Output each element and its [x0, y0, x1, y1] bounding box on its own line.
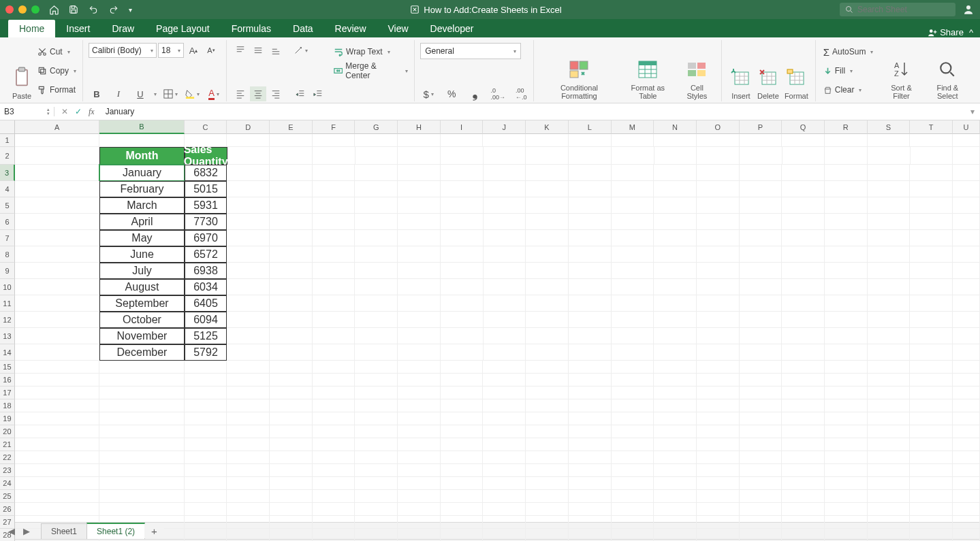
- cell[interactable]: [868, 295, 911, 312]
- cell[interactable]: [782, 230, 825, 246]
- cell[interactable]: [398, 529, 441, 541]
- cell[interactable]: [868, 516, 911, 529]
- cell[interactable]: [740, 328, 783, 344]
- cell[interactable]: [612, 503, 654, 516]
- cell[interactable]: [227, 464, 270, 477]
- cell[interactable]: [526, 490, 569, 503]
- cell[interactable]: November: [99, 328, 184, 344]
- cell[interactable]: [740, 361, 783, 374]
- cell[interactable]: [185, 516, 227, 529]
- cell[interactable]: [270, 246, 313, 263]
- increase-indent-icon[interactable]: [310, 86, 326, 101]
- cell[interactable]: [526, 529, 569, 541]
- italic-icon[interactable]: I: [110, 86, 127, 101]
- merge-center-button[interactable]: Merge & Center: [332, 62, 410, 80]
- cell[interactable]: [825, 438, 868, 451]
- cell[interactable]: [654, 516, 697, 529]
- minimize-window-icon[interactable]: [18, 5, 27, 14]
- cell[interactable]: [911, 147, 953, 165]
- cell[interactable]: [953, 361, 980, 374]
- cell[interactable]: [355, 451, 398, 464]
- formula-input[interactable]: January: [101, 107, 965, 116]
- cell[interactable]: [185, 490, 227, 503]
- cell[interactable]: [612, 477, 654, 490]
- cell[interactable]: [825, 503, 868, 516]
- cell[interactable]: [740, 387, 783, 399]
- cell[interactable]: [612, 425, 654, 438]
- cell[interactable]: [910, 451, 953, 464]
- cell[interactable]: [953, 263, 980, 279]
- cell[interactable]: [910, 246, 953, 263]
- cell[interactable]: [398, 425, 441, 438]
- cell[interactable]: [569, 181, 612, 197]
- cell[interactable]: [740, 134, 783, 147]
- cell[interactable]: [569, 134, 612, 147]
- cell[interactable]: [398, 197, 441, 214]
- column-header[interactable]: Q: [782, 120, 825, 134]
- cell[interactable]: [612, 516, 654, 529]
- cell[interactable]: [953, 412, 980, 425]
- cell[interactable]: [953, 425, 980, 438]
- cell[interactable]: [99, 503, 184, 516]
- cell[interactable]: [526, 361, 569, 374]
- cell[interactable]: [654, 374, 697, 387]
- cell[interactable]: [654, 263, 697, 279]
- cell[interactable]: [441, 295, 484, 312]
- cell[interactable]: [484, 344, 526, 361]
- cell[interactable]: [313, 425, 355, 438]
- cell[interactable]: [270, 230, 313, 246]
- cell[interactable]: [15, 328, 99, 344]
- cell[interactable]: [654, 412, 697, 425]
- cell[interactable]: [697, 295, 740, 312]
- cell[interactable]: [227, 374, 270, 387]
- cell[interactable]: [868, 361, 911, 374]
- cell[interactable]: [526, 134, 569, 147]
- cell[interactable]: [825, 344, 868, 361]
- cell[interactable]: [697, 147, 740, 165]
- cell[interactable]: [526, 464, 569, 477]
- cell[interactable]: [484, 165, 526, 181]
- cell[interactable]: [270, 387, 313, 399]
- cell[interactable]: [355, 165, 398, 181]
- cell[interactable]: [526, 425, 569, 438]
- cell[interactable]: [740, 529, 783, 541]
- row-header[interactable]: 15: [0, 361, 15, 374]
- cell[interactable]: [398, 399, 441, 412]
- cell[interactable]: [612, 529, 654, 541]
- cell[interactable]: [526, 181, 569, 197]
- cell[interactable]: [740, 490, 783, 503]
- row-header[interactable]: 14: [0, 344, 15, 361]
- cell[interactable]: [227, 344, 270, 361]
- cell[interactable]: [569, 361, 612, 374]
- cell[interactable]: [270, 477, 313, 490]
- cell[interactable]: [227, 529, 270, 541]
- cell[interactable]: [526, 412, 569, 425]
- cell[interactable]: [99, 374, 184, 387]
- cell[interactable]: Sales Quantity: [185, 147, 227, 165]
- cell[interactable]: [483, 516, 526, 529]
- cell[interactable]: [398, 361, 441, 374]
- cell[interactable]: [398, 490, 441, 503]
- cell[interactable]: [825, 214, 868, 230]
- cell[interactable]: [825, 361, 868, 374]
- cell[interactable]: [227, 279, 270, 295]
- cell[interactable]: [654, 503, 697, 516]
- cell[interactable]: [398, 312, 441, 328]
- cell[interactable]: [740, 464, 783, 477]
- cell[interactable]: [526, 344, 569, 361]
- cell[interactable]: [227, 165, 270, 181]
- cell[interactable]: [270, 328, 313, 344]
- cell[interactable]: [355, 516, 398, 529]
- cell[interactable]: [398, 387, 441, 399]
- cell[interactable]: [569, 438, 612, 451]
- cell[interactable]: [398, 230, 441, 246]
- cell[interactable]: [441, 134, 484, 147]
- cell[interactable]: [441, 344, 484, 361]
- cell[interactable]: [868, 181, 911, 197]
- cell[interactable]: [697, 399, 740, 412]
- cell[interactable]: [484, 279, 526, 295]
- cell[interactable]: [398, 214, 441, 230]
- cell[interactable]: [825, 230, 868, 246]
- cell[interactable]: [15, 490, 99, 503]
- cell[interactable]: [910, 214, 953, 230]
